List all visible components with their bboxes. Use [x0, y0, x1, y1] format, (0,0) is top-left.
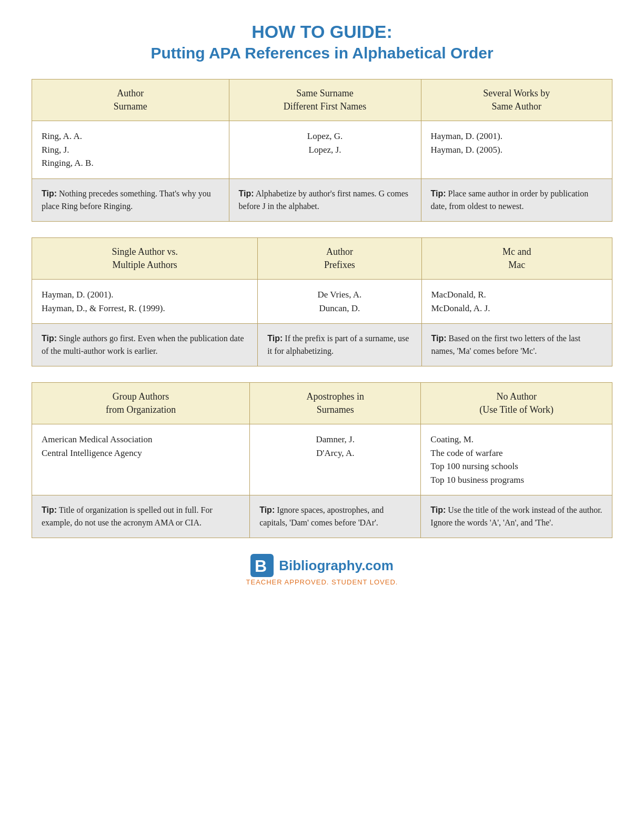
footer-site-name: Bibliography.com — [279, 558, 394, 574]
tip-prefixes: Tip: If the prefix is part of a surname,… — [258, 324, 421, 366]
page-title-line1: HOW TO GUIDE: — [32, 21, 612, 43]
footer: B Bibliography.com TEACHER APPROVED. STU… — [32, 554, 612, 586]
svg-text:B: B — [255, 557, 267, 575]
header-same-surname: Same SurnameDifferent First Names — [229, 79, 421, 121]
table-row: Ring, A. A.Ring, J.Ringing, A. B. Lopez,… — [32, 121, 612, 179]
tip-mc-mac: Tip: Based on the first two letters of t… — [421, 324, 612, 366]
example-single-multiple: Hayman, D. (2001).Hayman, D., & Forrest,… — [32, 280, 258, 324]
footer-logo: B Bibliography.com — [250, 554, 394, 577]
header-prefixes: AuthorPrefixes — [258, 237, 421, 279]
example-group-authors: American Medical AssociationCentral Inte… — [32, 424, 250, 495]
table-group-authors: Group Authorsfrom Organization Apostroph… — [32, 382, 612, 538]
example-prefixes: De Vries, A.Duncan, D. — [258, 280, 421, 324]
example-no-author: Coating, M.The code of warfareTop 100 nu… — [421, 424, 612, 495]
header-no-author: No Author(Use Title of Work) — [421, 383, 612, 424]
footer-tagline: TEACHER APPROVED. STUDENT LOVED. — [246, 578, 398, 586]
header-several-works: Several Works bySame Author — [421, 79, 612, 121]
table-row: Tip: Title of organization is spelled ou… — [32, 495, 612, 538]
tip-several-works: Tip: Place same author in order by publi… — [421, 178, 612, 221]
table-row: Tip: Single authors go first. Even when … — [32, 324, 612, 366]
example-mc-mac: MacDonald, R.McDonald, A. J. — [421, 280, 612, 324]
page-title-line2: Putting APA References in Alphabetical O… — [32, 43, 612, 63]
page-header: HOW TO GUIDE: Putting APA References in … — [32, 21, 612, 63]
tip-single-multiple: Tip: Single authors go first. Even when … — [32, 324, 258, 366]
table-row: Tip: Nothing precedes something. That's … — [32, 178, 612, 221]
tip-author-surname: Tip: Nothing precedes something. That's … — [32, 178, 229, 221]
tip-same-surname: Tip: Alphabetize by author's first names… — [229, 178, 421, 221]
example-author-surname: Ring, A. A.Ring, J.Ringing, A. B. — [32, 121, 229, 179]
example-same-surname: Lopez, G.Lopez, J. — [229, 121, 421, 179]
table-single-multiple: Single Author vs.Multiple Authors Author… — [32, 237, 612, 366]
tip-no-author: Tip: Use the title of the work instead o… — [421, 495, 612, 538]
header-single-multiple: Single Author vs.Multiple Authors — [32, 237, 258, 279]
example-several-works: Hayman, D. (2001).Hayman, D. (2005). — [421, 121, 612, 179]
table-author-surname: AuthorSurname Same SurnameDifferent Firs… — [32, 79, 612, 222]
header-mc-mac: Mc andMac — [421, 237, 612, 279]
header-author-surname: AuthorSurname — [32, 79, 229, 121]
bibliography-logo-icon: B — [250, 554, 274, 577]
header-group-authors: Group Authorsfrom Organization — [32, 383, 250, 424]
table-row: American Medical AssociationCentral Inte… — [32, 424, 612, 495]
tip-group-authors: Tip: Title of organization is spelled ou… — [32, 495, 250, 538]
example-apostrophes: Damner, J.D'Arcy, A. — [250, 424, 421, 495]
tip-apostrophes: Tip: Ignore spaces, apostrophes, and cap… — [250, 495, 421, 538]
header-apostrophes: Apostrophes inSurnames — [250, 383, 421, 424]
table-row: Hayman, D. (2001).Hayman, D., & Forrest,… — [32, 280, 612, 324]
